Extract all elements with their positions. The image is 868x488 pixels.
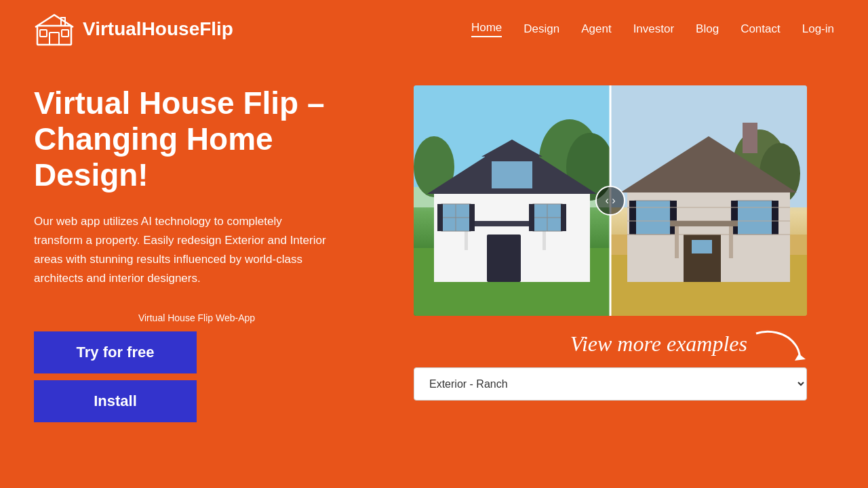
main-nav: Home Design Agent Investor Blog Contact …: [471, 21, 834, 37]
handle-arrows: ‹ ›: [605, 195, 615, 207]
svg-rect-44: [692, 240, 712, 253]
svg-rect-0: [37, 26, 71, 45]
right-panel: ‹ › View more examples Exterior - Ranch …: [387, 85, 834, 401]
left-panel: Virtual House Flip – Changing Home Desig…: [34, 85, 359, 422]
svg-rect-2: [40, 30, 47, 37]
house-after-panel: [414, 85, 610, 316]
header: VirtualHouseFlip Home Design Agent Inves…: [0, 0, 868, 58]
nav-agent[interactable]: Agent: [581, 22, 611, 36]
svg-rect-4: [61, 18, 65, 26]
dropdown-area: Exterior - Ranch Exterior - Modern Exter…: [414, 367, 807, 401]
house-after-svg: [414, 85, 610, 316]
svg-rect-29: [561, 204, 566, 231]
svg-rect-40: [736, 201, 773, 235]
house-before-panel: [610, 85, 807, 316]
webapp-label: Virtual House Flip Web-App: [34, 312, 359, 323]
svg-rect-37: [634, 201, 671, 235]
install-button[interactable]: Install: [34, 380, 197, 422]
compare-handle[interactable]: ‹ ›: [595, 186, 625, 216]
svg-rect-42: [772, 201, 778, 235]
svg-rect-15: [492, 161, 532, 188]
svg-rect-50: [729, 224, 733, 258]
logo-text: VirtualHouseFlip: [83, 18, 233, 40]
hero-description: Our web app utilizes AI technology to co…: [34, 212, 332, 288]
svg-rect-3: [62, 30, 68, 37]
logo-icon: [34, 12, 75, 46]
svg-rect-49: [675, 224, 679, 258]
hero-title: Virtual House Flip – Changing Home Desig…: [34, 85, 359, 193]
view-more-area: View more examples: [570, 327, 807, 361]
logo-area: VirtualHouseFlip: [34, 12, 233, 46]
svg-rect-26: [437, 204, 443, 231]
svg-rect-51: [670, 221, 738, 226]
house-before-svg: [610, 85, 807, 316]
curved-arrow-icon: [753, 327, 807, 361]
svg-rect-27: [469, 204, 475, 231]
svg-rect-1: [50, 33, 59, 45]
svg-rect-28: [529, 204, 534, 231]
svg-rect-38: [629, 201, 636, 235]
try-for-free-button[interactable]: Try for free: [34, 331, 197, 373]
nav-blog[interactable]: Blog: [696, 22, 719, 36]
image-compare-container: ‹ ›: [414, 85, 807, 316]
nav-home[interactable]: Home: [471, 21, 502, 37]
svg-rect-45: [743, 123, 757, 153]
view-more-text: View more examples: [570, 331, 747, 357]
nav-login[interactable]: Log-in: [802, 22, 834, 36]
nav-contact[interactable]: Contact: [741, 22, 781, 36]
style-dropdown[interactable]: Exterior - Ranch Exterior - Modern Exter…: [414, 367, 807, 401]
nav-design[interactable]: Design: [524, 22, 559, 36]
main-content: Virtual House Flip – Changing Home Desig…: [0, 58, 868, 422]
svg-rect-16: [487, 235, 521, 282]
nav-investor[interactable]: Investor: [633, 22, 674, 36]
